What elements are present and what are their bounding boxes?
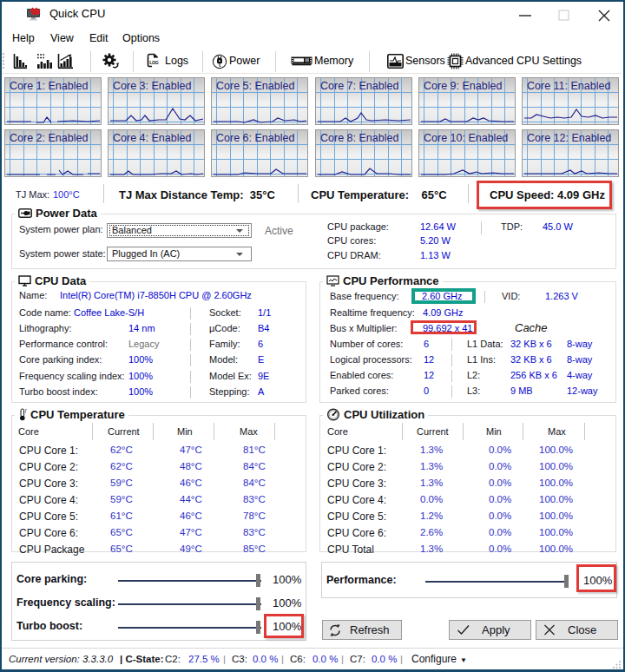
svg-text:LOG: LOG: [149, 60, 159, 65]
